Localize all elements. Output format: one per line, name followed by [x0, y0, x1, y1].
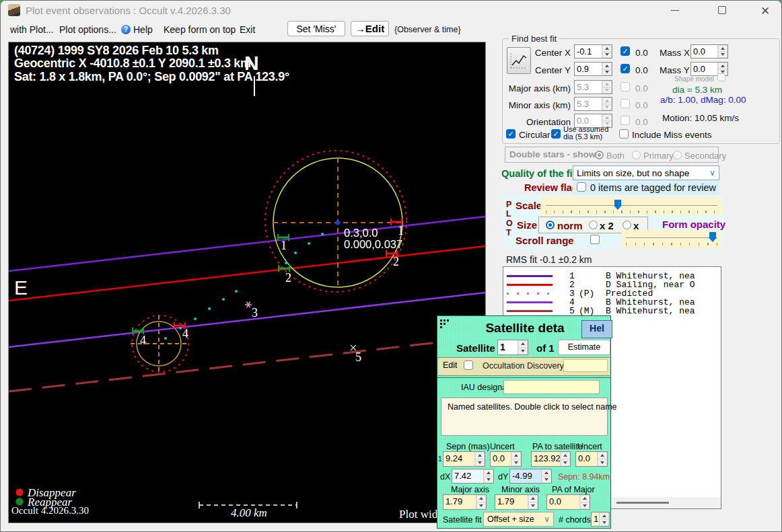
menu-exit[interactable]: Exit: [240, 24, 255, 35]
major-axis-fix-checkbox[interactable]: [620, 82, 630, 91]
size-x2-radio[interactable]: [589, 221, 598, 229]
edit-checkbox[interactable]: [464, 360, 473, 370]
sat-minor-value[interactable]: 1.79: [495, 495, 528, 509]
spin-up-icon[interactable]: [511, 452, 521, 459]
satellite-number-value[interactable]: 1: [498, 340, 518, 354]
pa-value[interactable]: 123.92: [532, 452, 560, 466]
spin-down-icon[interactable]: [561, 459, 570, 467]
menu-with-plot[interactable]: with Plot...: [10, 24, 54, 35]
cbet-field[interactable]: [563, 359, 608, 372]
spin-up-icon[interactable]: [528, 495, 538, 502]
spin-up-icon[interactable]: [580, 495, 590, 502]
pa-uncert-value[interactable]: 0.0: [576, 452, 597, 466]
sat-pa-major-value[interactable]: 0.0: [547, 495, 579, 509]
minimize-button[interactable]: [660, 0, 690, 20]
center-x-value[interactable]: -0.1: [575, 45, 602, 58]
spin-down-icon[interactable]: [600, 519, 609, 526]
center-y-fix-checkbox[interactable]: [620, 64, 630, 73]
spin-down-icon[interactable]: [511, 459, 521, 467]
spin-up-icon[interactable]: [600, 512, 609, 519]
help-icon[interactable]: ?: [121, 25, 131, 34]
menu-keep-form-on-top[interactable]: Keep form on top: [164, 24, 236, 35]
spin-down-icon[interactable]: [602, 69, 612, 76]
spin-down-icon[interactable]: [602, 52, 612, 59]
sepn-uncert-value[interactable]: 0.0: [491, 452, 511, 466]
spin-down-icon[interactable]: [542, 476, 551, 483]
double-stars-secondary-radio[interactable]: [673, 151, 682, 159]
form-opacity-slider[interactable]: [622, 230, 721, 248]
size-x4-radio[interactable]: [623, 221, 631, 229]
spin-up-icon[interactable]: [542, 469, 551, 476]
sepn-spinner[interactable]: 9.24: [443, 451, 485, 467]
fit-chart-button[interactable]: [507, 47, 531, 74]
scroll-range-checkbox[interactable]: [590, 235, 600, 244]
set-miss-button[interactable]: Set 'Miss': [287, 21, 345, 36]
edit-button[interactable]: →Edit: [351, 21, 389, 36]
scale-slider[interactable]: [540, 197, 722, 215]
orientation-fix-checkbox[interactable]: [620, 116, 630, 125]
pa-uncert-spinner[interactable]: 0.0: [575, 451, 608, 467]
spin-up-icon[interactable]: [602, 63, 612, 69]
form-opacity-thumb[interactable]: [709, 232, 716, 242]
major-axis-spinner[interactable]: 5.3: [574, 80, 612, 94]
shape-model-checkbox[interactable]: [717, 73, 725, 81]
include-miss-checkbox[interactable]: [619, 129, 629, 139]
center-y-value[interactable]: 0.9: [575, 63, 602, 75]
spin-down-icon[interactable]: [484, 476, 493, 483]
estimate-orbit-button[interactable]: Estimate orbit: [558, 340, 610, 355]
scale-slider-thumb[interactable]: [614, 200, 621, 210]
sepn-value[interactable]: 9.24: [443, 452, 474, 466]
spin-up-icon[interactable]: [475, 452, 485, 459]
mass-y-value[interactable]: 0.0: [691, 63, 717, 75]
spin-up-icon[interactable]: [484, 469, 493, 476]
satellite-number-spinner[interactable]: 1: [497, 340, 528, 355]
spin-up-icon[interactable]: [476, 495, 486, 502]
review-flags-checkbox[interactable]: [577, 182, 586, 192]
plot-area[interactable]: (40724) 1999 SY8 2026 Feb 10 5.3 km Geoc…: [8, 42, 486, 523]
dx-spinner[interactable]: 7.42: [452, 469, 494, 484]
center-x-spinner[interactable]: -0.1: [574, 44, 612, 59]
sat-pa-major-spinner[interactable]: 0.0: [546, 494, 590, 510]
satellite-help-button[interactable]: Hel: [581, 320, 612, 338]
dx-value[interactable]: 7.42: [452, 469, 483, 483]
center-x-fix-checkbox[interactable]: [620, 46, 630, 56]
chords-count-value[interactable]: 1: [592, 512, 599, 526]
sepn-uncert-spinner[interactable]: 0.0: [490, 451, 522, 467]
spin-down-icon[interactable]: [475, 459, 485, 467]
iau-designation-input[interactable]: [503, 380, 600, 394]
center-y-spinner[interactable]: 0.9: [574, 62, 612, 76]
quality-dropdown[interactable]: Limits on size, but no shape∨: [573, 165, 719, 180]
satellite-fit-dropdown[interactable]: Offset + size∨: [483, 512, 554, 527]
spin-down-icon[interactable]: [528, 502, 538, 510]
spin-down-icon[interactable]: [518, 348, 528, 355]
sat-minor-spinner[interactable]: 1.79: [495, 494, 538, 510]
double-stars-both-radio[interactable]: [595, 151, 604, 159]
sat-major-value[interactable]: 1.79: [443, 495, 476, 509]
observation-row[interactable]: 5 (M) B Whitehurst, nea: [503, 307, 721, 315]
dy-spinner[interactable]: -4.99: [509, 469, 552, 484]
use-assumed-checkbox[interactable]: [551, 129, 561, 139]
chords-count-spinner[interactable]: 1: [591, 512, 610, 527]
circular-checkbox[interactable]: [506, 129, 516, 139]
spin-down-icon[interactable]: [580, 502, 590, 510]
spin-down-icon[interactable]: [476, 502, 486, 510]
spin-up-icon[interactable]: [602, 45, 612, 52]
minor-axis-spinner[interactable]: 5.3: [574, 97, 612, 111]
spin-down-icon[interactable]: [718, 52, 727, 59]
spin-up-icon[interactable]: [518, 340, 528, 348]
dy-value[interactable]: -4.99: [510, 469, 541, 483]
satellite-details-window[interactable]: Satellite deta Hel Satellite 1 of 1 Esti…: [437, 315, 611, 529]
menu-plot-options[interactable]: Plot options...: [59, 24, 116, 35]
form-opacity-track[interactable]: [626, 237, 717, 238]
spin-up-icon[interactable]: [718, 63, 727, 69]
sat-major-spinner[interactable]: 1.79: [443, 494, 487, 510]
menu-help[interactable]: Help: [133, 24, 153, 35]
pa-spinner[interactable]: 123.92: [531, 451, 571, 467]
minor-axis-fix-checkbox[interactable]: [620, 99, 630, 108]
mass-x-spinner[interactable]: 0.0: [690, 44, 728, 59]
size-norm-radio[interactable]: [546, 221, 555, 229]
maximize-button[interactable]: [707, 0, 738, 20]
drag-grip-icon[interactable]: [440, 319, 451, 330]
scale-slider-track[interactable]: [546, 205, 717, 206]
close-button[interactable]: ✕: [751, 0, 782, 20]
